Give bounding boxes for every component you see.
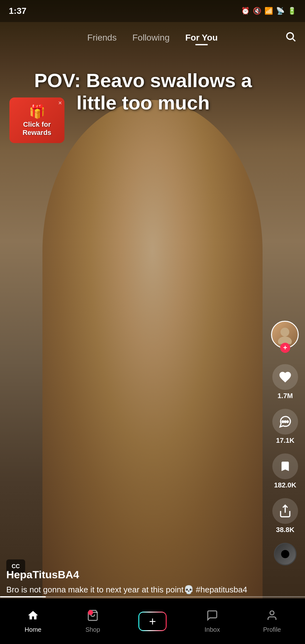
home-icon [27,609,39,624]
share-action[interactable]: 38.8K [272,498,298,534]
svg-point-0 [287,33,293,39]
profile-label: Profile [263,626,281,633]
tab-following[interactable]: Following [132,33,169,43]
nav-create[interactable]: + [123,612,182,631]
video-info: HepaTitusBA4 Bro is not gonna make it to… [6,569,267,595]
inbox-label: Inbox [205,626,220,633]
video-progress-bar[interactable] [0,596,305,597]
music-disc-action[interactable] [274,543,297,565]
music-disc-center [281,550,289,558]
share-icon [272,498,298,524]
rewards-banner[interactable]: × 🎁 Click forRewards [9,97,64,143]
save-action[interactable]: 182.0K [272,453,298,489]
search-button[interactable] [285,31,296,45]
svg-point-9 [270,611,274,615]
video-description: Bro is not gonna make it to next year at… [6,584,267,595]
top-navigation: Friends Following For You [0,22,305,53]
rewards-close-button[interactable]: × [58,99,62,107]
svg-point-6 [287,421,289,423]
like-action[interactable]: 1.7M [272,364,298,400]
mute-icon: 🔇 [253,7,261,15]
follow-button[interactable]: + [280,343,290,353]
inbox-icon [206,609,218,624]
share-count: 38.8K [276,526,295,534]
nav-shop[interactable]: Shop [63,609,123,633]
svg-line-1 [293,38,295,41]
status-time: 1:37 [9,6,26,16]
tab-for-you[interactable]: For You [185,33,218,43]
rewards-text: Click forRewards [23,120,52,137]
svg-point-4 [282,421,284,423]
like-count: 1.7M [278,392,293,400]
nav-inbox[interactable]: Inbox [182,609,242,633]
right-actions: + 1.7M 17.1K 182.0K [271,321,299,565]
comment-icon [272,409,298,435]
shop-icon [87,609,99,624]
nav-tabs: Friends Following For You [25,33,280,43]
comment-count: 17.1K [276,436,295,445]
wifi-icon: 📶 [264,7,273,15]
svg-point-2 [280,328,289,336]
alarm-icon: ⏰ [241,7,250,15]
progress-fill [0,596,46,597]
signal-icon: 📡 [276,7,285,15]
avatar-container: + [271,321,299,352]
profile-icon [266,609,278,624]
home-label: Home [25,626,41,633]
bottom-navigation: Home Shop + Inbox [0,598,305,644]
svg-point-5 [284,421,286,423]
creator-username[interactable]: HepaTitusBA4 [6,569,267,581]
nav-home[interactable]: Home [3,609,63,633]
bookmark-icon [272,453,298,479]
comment-action[interactable]: 17.1K [272,409,298,445]
save-count: 182.0K [274,481,297,489]
plus-icon: + [149,615,156,627]
person-silhouette [42,100,263,603]
battery-icon: 🔋 [288,7,296,15]
shop-label: Shop [86,626,100,633]
like-icon [272,364,298,390]
rewards-gift-icon: 🎁 [29,104,45,119]
tab-friends[interactable]: Friends [87,33,117,43]
creator-avatar-item[interactable]: + [271,321,299,355]
create-button[interactable]: + [138,612,167,631]
music-disc [274,543,297,565]
status-bar: 1:37 ⏰ 🔇 📶 📡 🔋 [0,0,305,22]
status-icons: ⏰ 🔇 📶 📡 🔋 [241,7,296,15]
shop-notification-badge [88,610,93,615]
nav-profile[interactable]: Profile [242,609,302,633]
